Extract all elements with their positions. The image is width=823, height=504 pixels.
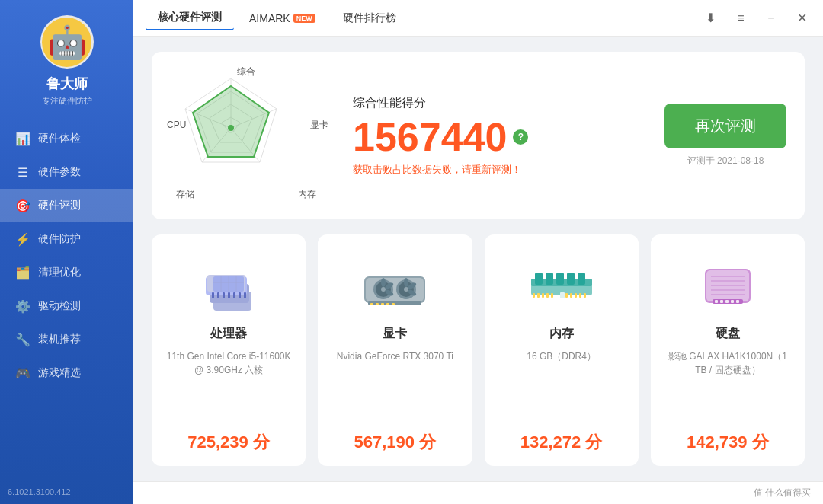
driver-detect-icon: ⚙️ bbox=[15, 298, 30, 314]
gpu-card-name: 显卡 bbox=[383, 326, 407, 342]
retest-button[interactable]: 再次评测 bbox=[664, 104, 786, 148]
svg-point-31 bbox=[381, 287, 386, 292]
svg-marker-9 bbox=[193, 86, 269, 157]
svg-rect-74 bbox=[720, 300, 723, 303]
sidebar-item-label: 游戏精选 bbox=[38, 366, 81, 380]
score-number: 1567440 bbox=[353, 117, 507, 157]
hardware-check-icon: 📊 bbox=[15, 131, 30, 146]
svg-rect-17 bbox=[223, 292, 225, 298]
svg-rect-49 bbox=[535, 273, 543, 285]
hardware-eval-icon: 🎯 bbox=[15, 198, 30, 213]
sidebar-item-driver-detect[interactable]: ⚙️ 驱动检测 bbox=[0, 289, 133, 323]
svg-rect-18 bbox=[228, 292, 230, 298]
titlebar-tabs: 核心硬件评测 AIMARK NEW 硬件排行榜 bbox=[146, 6, 701, 30]
svg-rect-15 bbox=[212, 292, 214, 298]
svg-rect-20 bbox=[239, 292, 241, 298]
sidebar-item-label: 硬件防护 bbox=[38, 232, 81, 246]
memory-card-score: 132,272 分 bbox=[520, 431, 603, 454]
svg-rect-52 bbox=[567, 273, 575, 285]
close-button[interactable]: ✕ bbox=[793, 9, 811, 27]
svg-rect-43 bbox=[376, 303, 379, 305]
watermark: 值 什么值得买 bbox=[754, 486, 811, 499]
radar-label-left: CPU bbox=[167, 120, 186, 130]
bottom-bar: 值 什么值得买 bbox=[133, 481, 823, 504]
svg-rect-60 bbox=[565, 293, 568, 298]
sidebar-item-hardware-eval[interactable]: 🎯 硬件评测 bbox=[0, 189, 133, 222]
svg-point-32 bbox=[381, 278, 386, 287]
svg-rect-44 bbox=[381, 303, 384, 305]
tab-hardware-rank[interactable]: 硬件排行榜 bbox=[331, 7, 408, 30]
svg-point-37 bbox=[404, 287, 408, 292]
new-badge: NEW bbox=[293, 14, 315, 23]
gpu-card-desc: Nvidia GeForce RTX 3070 Ti bbox=[337, 349, 453, 363]
sidebar-item-label: 硬件体检 bbox=[38, 132, 81, 145]
score-title: 综合性能得分 bbox=[353, 95, 634, 111]
disk-card-score: 142,739 分 bbox=[687, 431, 769, 454]
svg-rect-19 bbox=[233, 292, 235, 298]
sidebar-item-clean-optimize[interactable]: 🗂️ 清理优化 bbox=[0, 256, 133, 289]
tab-hardware-rank-label: 硬件排行榜 bbox=[343, 11, 396, 25]
sidebar-version: 6.1021.3100.412 bbox=[8, 487, 71, 496]
sidebar-nav: 📊 硬件体检 ☰ 硬件参数 🎯 硬件评测 ⚡ 硬件防护 🗂️ 清理优化 ⚙️ 驱… bbox=[0, 122, 133, 390]
sidebar-item-hardware-params[interactable]: ☰ 硬件参数 bbox=[0, 155, 133, 189]
tab-core-eval[interactable]: 核心硬件评测 bbox=[146, 6, 234, 30]
card-cpu: 处理器 11th Gen Intel Core i5-11600K @ 3.90… bbox=[152, 234, 306, 466]
sidebar-item-label: 装机推荐 bbox=[38, 333, 81, 346]
svg-rect-76 bbox=[731, 300, 734, 303]
svg-rect-21 bbox=[244, 292, 246, 298]
memory-card-name: 内存 bbox=[549, 326, 574, 342]
svg-rect-42 bbox=[370, 303, 373, 305]
sidebar-item-build-recommend[interactable]: 🔧 装机推荐 bbox=[0, 323, 133, 356]
radar-svg bbox=[170, 67, 292, 189]
svg-point-38 bbox=[404, 278, 408, 287]
tab-core-eval-label: 核心硬件评测 bbox=[158, 11, 222, 24]
sidebar-item-hardware-check[interactable]: 📊 硬件体检 bbox=[0, 122, 133, 155]
radar-label-top: 综合 bbox=[237, 65, 255, 78]
sidebar-item-label: 驱动检测 bbox=[38, 299, 81, 313]
svg-rect-53 bbox=[578, 273, 585, 285]
radar-chart: 综合 显卡 内存 存储 CPU bbox=[170, 67, 322, 204]
card-disk: 硬盘 影驰 GALAX HA1K1000N（1 TB / 固态硬盘） 142,7… bbox=[651, 234, 805, 466]
disk-card-name: 硬盘 bbox=[716, 326, 740, 342]
svg-rect-51 bbox=[556, 273, 564, 285]
disk-icon bbox=[690, 250, 766, 318]
gpu-icon bbox=[357, 250, 433, 318]
svg-rect-55 bbox=[533, 293, 535, 298]
main-content: 核心硬件评测 AIMARK NEW 硬件排行榜 ⬇ ≡ − ✕ bbox=[133, 0, 823, 504]
gpu-card-score: 567,190 分 bbox=[354, 431, 437, 454]
card-memory: 内存 16 GB（DDR4） 132,272 分 bbox=[485, 234, 639, 466]
svg-rect-58 bbox=[546, 293, 549, 298]
hardware-params-icon: ☰ bbox=[15, 164, 30, 180]
tab-aimark[interactable]: AIMARK NEW bbox=[237, 8, 328, 29]
cpu-card-score: 725,239 分 bbox=[187, 431, 270, 454]
sidebar-item-game-select[interactable]: 🎮 游戏精选 bbox=[0, 356, 133, 390]
minimize-button[interactable]: − bbox=[762, 9, 780, 27]
download-button[interactable]: ⬇ bbox=[701, 9, 719, 27]
sidebar-title: 鲁大师 bbox=[46, 75, 88, 93]
avatar bbox=[40, 15, 94, 69]
svg-rect-46 bbox=[392, 303, 395, 305]
svg-rect-59 bbox=[551, 293, 553, 298]
svg-rect-57 bbox=[542, 293, 544, 298]
score-value: 1567440 ? bbox=[353, 117, 634, 157]
svg-rect-45 bbox=[386, 303, 389, 305]
svg-rect-75 bbox=[725, 300, 729, 303]
disk-card-desc: 影驰 GALAX HA1K1000N（1 TB / 固态硬盘） bbox=[663, 349, 793, 377]
svg-rect-50 bbox=[546, 273, 553, 285]
sidebar-item-hardware-protect[interactable]: ⚡ 硬件防护 bbox=[0, 222, 133, 256]
clean-optimize-icon: 🗂️ bbox=[15, 265, 30, 280]
top-section: 综合 显卡 内存 存储 CPU 综合性能得分 1567440 ? 获取击败占比数… bbox=[152, 52, 805, 219]
svg-rect-77 bbox=[736, 300, 739, 303]
content-area: 综合 显卡 内存 存储 CPU 综合性能得分 1567440 ? 获取击败占比数… bbox=[133, 37, 823, 481]
sidebar-item-label: 硬件评测 bbox=[38, 199, 81, 212]
score-warning: 获取击败占比数据失败，请重新评测！ bbox=[353, 163, 634, 177]
svg-rect-73 bbox=[715, 300, 718, 303]
score-section: 综合性能得分 1567440 ? 获取击败占比数据失败，请重新评测！ bbox=[353, 95, 634, 177]
memory-icon bbox=[524, 250, 600, 318]
score-help-icon[interactable]: ? bbox=[513, 129, 528, 145]
menu-button[interactable]: ≡ bbox=[732, 9, 750, 27]
sidebar-item-label: 硬件参数 bbox=[38, 165, 81, 179]
cpu-card-name: 处理器 bbox=[210, 326, 247, 342]
svg-rect-63 bbox=[579, 293, 581, 298]
svg-rect-64 bbox=[584, 293, 586, 298]
